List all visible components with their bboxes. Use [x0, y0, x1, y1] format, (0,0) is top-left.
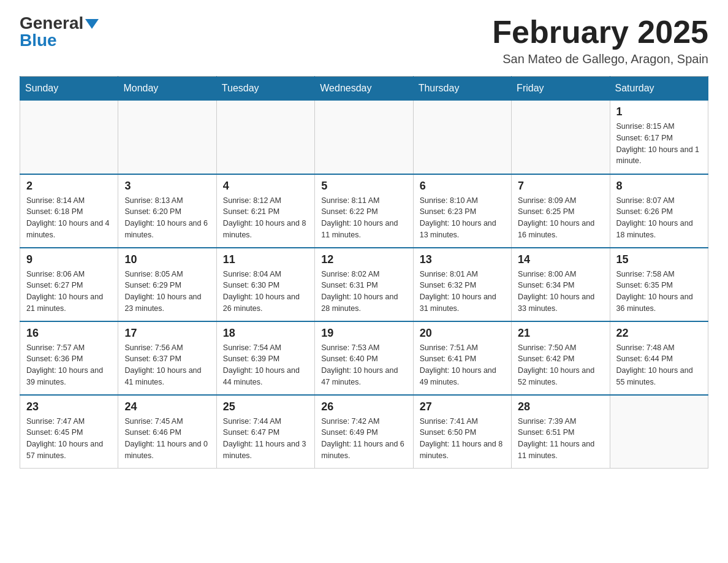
day-info: Sunrise: 7:54 AMSunset: 6:39 PMDaylight:…	[223, 342, 309, 388]
title-section: February 2025 San Mateo de Gallego, Arag…	[492, 15, 708, 66]
day-number: 4	[223, 180, 309, 193]
table-row: 24Sunrise: 7:45 AMSunset: 6:46 PMDayligh…	[118, 395, 216, 469]
day-number: 16	[26, 327, 113, 340]
table-row: 22Sunrise: 7:48 AMSunset: 6:44 PMDayligh…	[610, 321, 708, 395]
day-number: 17	[124, 327, 211, 340]
header-friday: Friday	[512, 77, 610, 101]
table-row: 3Sunrise: 8:13 AMSunset: 6:20 PMDaylight…	[118, 174, 216, 248]
table-row: 8Sunrise: 8:07 AMSunset: 6:26 PMDaylight…	[610, 174, 708, 248]
table-row: 11Sunrise: 8:04 AMSunset: 6:30 PMDayligh…	[216, 248, 314, 321]
logo-blue: Blue	[20, 32, 57, 49]
table-row: 26Sunrise: 7:42 AMSunset: 6:49 PMDayligh…	[315, 395, 413, 469]
day-info: Sunrise: 7:57 AMSunset: 6:36 PMDaylight:…	[26, 342, 113, 388]
day-info: Sunrise: 7:53 AMSunset: 6:40 PMDaylight:…	[321, 342, 408, 388]
logo: General Blue	[20, 15, 99, 49]
day-info: Sunrise: 7:39 AMSunset: 6:51 PMDaylight:…	[518, 416, 604, 462]
day-number: 21	[518, 327, 604, 340]
table-row: 27Sunrise: 7:41 AMSunset: 6:50 PMDayligh…	[413, 395, 511, 469]
day-info: Sunrise: 7:44 AMSunset: 6:47 PMDaylight:…	[223, 416, 309, 462]
day-info: Sunrise: 8:06 AMSunset: 6:27 PMDaylight:…	[26, 269, 113, 315]
table-row: 5Sunrise: 8:11 AMSunset: 6:22 PMDaylight…	[315, 174, 413, 248]
table-row: 23Sunrise: 7:47 AMSunset: 6:45 PMDayligh…	[20, 395, 118, 469]
calendar-table: Sunday Monday Tuesday Wednesday Thursday…	[20, 76, 708, 469]
table-row: 4Sunrise: 8:12 AMSunset: 6:21 PMDaylight…	[216, 174, 314, 248]
day-info: Sunrise: 7:51 AMSunset: 6:41 PMDaylight:…	[420, 342, 506, 388]
day-number: 5	[321, 180, 408, 193]
day-info: Sunrise: 8:09 AMSunset: 6:25 PMDaylight:…	[518, 195, 604, 241]
table-row: 18Sunrise: 7:54 AMSunset: 6:39 PMDayligh…	[216, 321, 314, 395]
day-number: 3	[124, 180, 211, 193]
day-info: Sunrise: 8:15 AMSunset: 6:17 PMDaylight:…	[616, 121, 703, 167]
day-number: 28	[518, 400, 604, 413]
table-row: 15Sunrise: 7:58 AMSunset: 6:35 PMDayligh…	[610, 248, 708, 321]
day-number: 27	[420, 400, 506, 413]
day-number: 8	[616, 180, 703, 193]
table-row	[610, 395, 708, 469]
calendar-week-row: 2Sunrise: 8:14 AMSunset: 6:18 PMDaylight…	[20, 174, 708, 248]
day-number: 7	[518, 180, 604, 193]
day-info: Sunrise: 8:07 AMSunset: 6:26 PMDaylight:…	[616, 195, 703, 241]
day-number: 15	[616, 253, 703, 266]
day-info: Sunrise: 8:05 AMSunset: 6:29 PMDaylight:…	[124, 269, 211, 315]
day-info: Sunrise: 7:47 AMSunset: 6:45 PMDaylight:…	[26, 416, 113, 462]
table-row: 14Sunrise: 8:00 AMSunset: 6:34 PMDayligh…	[512, 248, 610, 321]
calendar-week-row: 16Sunrise: 7:57 AMSunset: 6:36 PMDayligh…	[20, 321, 708, 395]
table-row	[413, 101, 511, 174]
calendar-title: February 2025	[492, 15, 708, 50]
table-row	[20, 101, 118, 174]
table-row: 7Sunrise: 8:09 AMSunset: 6:25 PMDaylight…	[512, 174, 610, 248]
day-info: Sunrise: 7:42 AMSunset: 6:49 PMDaylight:…	[321, 416, 408, 462]
table-row: 2Sunrise: 8:14 AMSunset: 6:18 PMDaylight…	[20, 174, 118, 248]
header-tuesday: Tuesday	[216, 77, 314, 101]
table-row: 13Sunrise: 8:01 AMSunset: 6:32 PMDayligh…	[413, 248, 511, 321]
table-row: 17Sunrise: 7:56 AMSunset: 6:37 PMDayligh…	[118, 321, 216, 395]
calendar-week-row: 23Sunrise: 7:47 AMSunset: 6:45 PMDayligh…	[20, 395, 708, 469]
table-row: 16Sunrise: 7:57 AMSunset: 6:36 PMDayligh…	[20, 321, 118, 395]
header-sunday: Sunday	[20, 77, 118, 101]
day-info: Sunrise: 8:14 AMSunset: 6:18 PMDaylight:…	[26, 195, 113, 241]
table-row: 20Sunrise: 7:51 AMSunset: 6:41 PMDayligh…	[413, 321, 511, 395]
table-row: 1Sunrise: 8:15 AMSunset: 6:17 PMDaylight…	[610, 101, 708, 174]
day-info: Sunrise: 8:01 AMSunset: 6:32 PMDaylight:…	[420, 269, 506, 315]
table-row	[118, 101, 216, 174]
day-number: 23	[26, 400, 113, 413]
day-info: Sunrise: 7:58 AMSunset: 6:35 PMDaylight:…	[616, 269, 703, 315]
day-number: 25	[223, 400, 309, 413]
table-row	[315, 101, 413, 174]
svg-marker-0	[85, 19, 99, 29]
day-info: Sunrise: 7:48 AMSunset: 6:44 PMDaylight:…	[616, 342, 703, 388]
table-row: 12Sunrise: 8:02 AMSunset: 6:31 PMDayligh…	[315, 248, 413, 321]
table-row: 9Sunrise: 8:06 AMSunset: 6:27 PMDaylight…	[20, 248, 118, 321]
day-info: Sunrise: 7:56 AMSunset: 6:37 PMDaylight:…	[124, 342, 211, 388]
day-number: 26	[321, 400, 408, 413]
table-row	[512, 101, 610, 174]
day-number: 14	[518, 253, 604, 266]
table-row: 19Sunrise: 7:53 AMSunset: 6:40 PMDayligh…	[315, 321, 413, 395]
day-number: 6	[420, 180, 506, 193]
day-number: 22	[616, 327, 703, 340]
day-number: 10	[124, 253, 211, 266]
header-saturday: Saturday	[610, 77, 708, 101]
calendar-header-row: Sunday Monday Tuesday Wednesday Thursday…	[20, 77, 708, 101]
day-info: Sunrise: 7:50 AMSunset: 6:42 PMDaylight:…	[518, 342, 604, 388]
page-header: General Blue February 2025 San Mateo de …	[20, 15, 708, 66]
header-thursday: Thursday	[413, 77, 511, 101]
table-row: 10Sunrise: 8:05 AMSunset: 6:29 PMDayligh…	[118, 248, 216, 321]
day-number: 19	[321, 327, 408, 340]
day-number: 9	[26, 253, 113, 266]
header-monday: Monday	[118, 77, 216, 101]
header-wednesday: Wednesday	[315, 77, 413, 101]
day-info: Sunrise: 8:00 AMSunset: 6:34 PMDaylight:…	[518, 269, 604, 315]
day-info: Sunrise: 8:02 AMSunset: 6:31 PMDaylight:…	[321, 269, 408, 315]
day-number: 18	[223, 327, 309, 340]
day-number: 2	[26, 180, 113, 193]
day-info: Sunrise: 8:13 AMSunset: 6:20 PMDaylight:…	[124, 195, 211, 241]
day-number: 20	[420, 327, 506, 340]
table-row: 28Sunrise: 7:39 AMSunset: 6:51 PMDayligh…	[512, 395, 610, 469]
day-info: Sunrise: 8:11 AMSunset: 6:22 PMDaylight:…	[321, 195, 408, 241]
table-row: 6Sunrise: 8:10 AMSunset: 6:23 PMDaylight…	[413, 174, 511, 248]
day-info: Sunrise: 7:45 AMSunset: 6:46 PMDaylight:…	[124, 416, 211, 462]
calendar-subtitle: San Mateo de Gallego, Aragon, Spain	[492, 52, 708, 66]
table-row: 21Sunrise: 7:50 AMSunset: 6:42 PMDayligh…	[512, 321, 610, 395]
day-info: Sunrise: 8:04 AMSunset: 6:30 PMDaylight:…	[223, 269, 309, 315]
